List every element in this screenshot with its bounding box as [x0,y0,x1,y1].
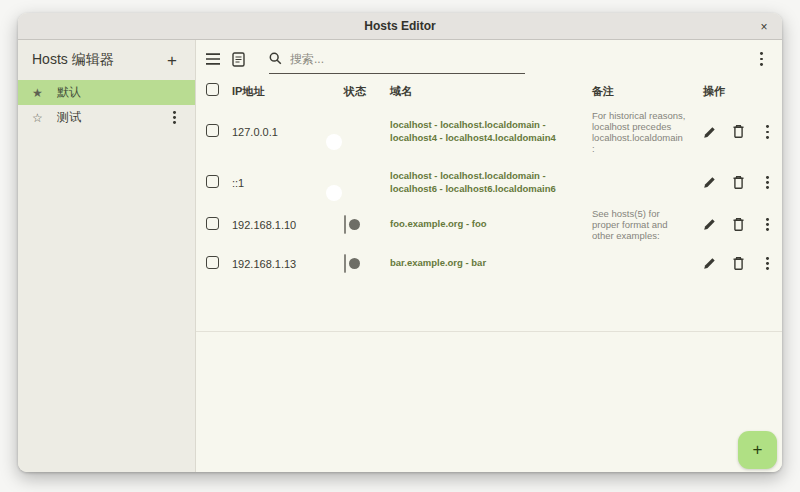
table-row: 192.168.1.10 foo.example.org - foo See h… [196,205,782,244]
status-toggle[interactable] [344,254,346,273]
row-checkbox[interactable] [206,124,219,137]
sidebar-item-test[interactable]: ☆ 测试 [18,105,195,130]
domain-text: bar.example.org - bar [390,257,592,270]
row-checkbox[interactable] [206,256,219,269]
row-menu-icon[interactable] [761,173,774,192]
sidebar-item-default[interactable]: ★ 默认 [18,80,195,105]
window-title: Hosts Editor [364,19,435,33]
sidebar-item-menu-icon[interactable] [168,108,181,127]
table-row: 127.0.0.1 localhost - localhost.localdom… [196,104,782,160]
note-text: See hosts(5) for proper format and other… [592,208,687,242]
sidebar-item-label: 默认 [57,84,81,101]
note-text: For historical reasons, localhost preced… [592,110,687,155]
ip-address: 192.168.1.13 [232,258,344,270]
header-actions: 操作 [687,84,782,99]
header-status: 状态 [344,84,390,99]
app-window: Hosts Editor × Hosts 编辑器 + ★ 默认 ☆ 测试 [18,13,782,472]
table-row: ::1 localhost - localhost.localdomain - … [196,160,782,205]
ip-address: 192.168.1.10 [232,219,344,231]
select-all-checkbox[interactable] [206,83,219,96]
sidebar-item-label: 测试 [57,109,81,126]
row-menu-icon[interactable] [761,122,774,141]
add-host-button[interactable]: + [738,431,777,469]
hamburger-menu-icon[interactable] [206,53,220,65]
sidebar: Hosts 编辑器 + ★ 默认 ☆ 测试 [18,40,196,472]
star-outline-icon[interactable]: ☆ [32,111,48,125]
sidebar-title: Hosts 编辑器 [32,51,163,69]
toolbar [196,40,782,78]
main-pane: IP地址 状态 域名 备注 操作 127.0.0.1 localhost - l… [196,40,782,472]
sidebar-header: Hosts 编辑器 + [18,40,195,80]
primary-menu-icon[interactable] [755,49,768,68]
delete-icon[interactable] [732,217,745,232]
header-domain: 域名 [390,84,592,99]
table-row: 192.168.1.13 bar.example.org - bar [196,244,782,283]
search-icon [269,52,282,65]
row-menu-icon[interactable] [761,254,774,273]
delete-icon[interactable] [732,124,745,139]
search-field[interactable] [269,44,525,74]
add-list-button[interactable]: + [163,50,181,71]
table-header: IP地址 状态 域名 备注 操作 [196,78,782,104]
delete-icon[interactable] [732,256,745,271]
document-icon[interactable] [232,52,245,67]
domain-text: foo.example.org - foo [390,218,592,231]
row-checkbox[interactable] [206,217,219,230]
edit-icon[interactable] [703,125,716,139]
delete-icon[interactable] [732,175,745,190]
domain-text: localhost - localhost.localdomain - loca… [390,170,592,196]
star-icon: ★ [32,86,48,100]
edit-icon[interactable] [703,175,716,189]
edit-icon[interactable] [703,217,716,231]
domain-text: localhost - localhost.localdomain - loca… [390,119,592,145]
header-note: 备注 [592,84,687,99]
list-bottom-divider [196,331,782,332]
header-ip: IP地址 [232,84,344,99]
status-toggle[interactable] [344,215,346,234]
row-checkbox[interactable] [206,175,219,188]
row-menu-icon[interactable] [761,215,774,234]
titlebar[interactable]: Hosts Editor × [18,13,782,40]
close-icon[interactable]: × [754,13,774,40]
edit-icon[interactable] [703,256,716,270]
search-input[interactable] [290,52,490,66]
